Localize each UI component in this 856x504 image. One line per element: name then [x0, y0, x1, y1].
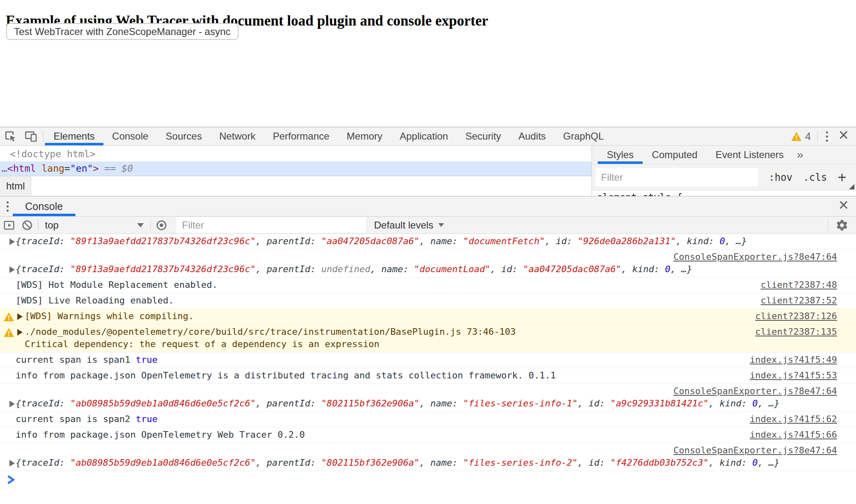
tab-sources[interactable]: Sources — [157, 127, 210, 145]
source-link[interactable]: client?2387:52 — [744, 294, 837, 307]
message-text: {traceId: "89f13a9aefdd217837b74326df23c… — [16, 263, 692, 275]
expand-caret-icon[interactable] — [9, 401, 15, 407]
html-node-selected[interactable]: …<html lang="en">== $0 — [0, 161, 592, 176]
tab-elements[interactable]: Elements — [45, 127, 103, 145]
test-webtracer-button[interactable]: Test WebTracer with ZoneScopeManager - a… — [6, 23, 239, 40]
source-link[interactable]: client?2387:135 — [739, 326, 837, 338]
console-line: {traceId: "89f13a9aefdd217837b74326df23c… — [0, 263, 837, 275]
console-drawer: Console × top — [0, 196, 856, 504]
console-message: [WDS] Live Reloading enabled.client?2387… — [0, 293, 856, 308]
source-link[interactable]: ConsoleSpanExporter.js?8e47:64 — [674, 385, 837, 397]
device-toolbar-icon[interactable] — [21, 127, 41, 145]
devtools-tabbar: ElementsConsoleSourcesNetworkPerformance… — [0, 127, 856, 146]
source-link[interactable]: ConsoleSpanExporter.js?8e47:64 — [674, 251, 837, 263]
console-sidebar-toggle-icon[interactable] — [0, 219, 18, 231]
toolbar-divider — [38, 220, 38, 231]
tab-network[interactable]: Network — [210, 127, 264, 145]
breadcrumb-html[interactable]: html — [0, 176, 31, 196]
message-text: [WDS] Live Reloading enabled. — [16, 294, 174, 307]
dollar-zero-hint: == $0 — [105, 163, 133, 174]
toggle-hover-state-button[interactable]: :hov — [769, 172, 793, 183]
console-line: Critical dependency: the request of a de… — [0, 338, 837, 350]
source-link[interactable]: client?2387:48 — [744, 279, 837, 291]
drawer-menu-icon[interactable] — [0, 196, 13, 216]
source-link[interactable]: ConsoleSpanExporter.js?8e47:64 — [674, 444, 837, 457]
styles-tab-event-listeners[interactable]: Event Listeners — [706, 146, 793, 164]
tab-application[interactable]: Application — [391, 127, 456, 145]
console-line: ConsoleSpanExporter.js?8e47:64 — [0, 251, 837, 263]
javascript-context-dropdown[interactable]: top — [40, 219, 149, 231]
expand-caret-icon[interactable] — [17, 329, 23, 336]
expand-caret-icon[interactable] — [9, 238, 15, 245]
elements-panel: <!doctype html> …<html lang="en">== $0 h… — [0, 146, 592, 196]
tab-memory[interactable]: Memory — [338, 127, 391, 145]
tab-security[interactable]: Security — [457, 127, 510, 145]
console-line: [WDS] Hot Module Replacement enabled.cli… — [0, 279, 837, 291]
console-message: ConsoleSpanExporter.js?8e47:64{traceId: … — [0, 443, 856, 471]
console-message: info from package.json OpenTelemetry Web… — [0, 427, 856, 443]
source-link[interactable]: client?2387:126 — [739, 310, 837, 322]
close-drawer-icon[interactable]: × — [835, 196, 856, 216]
source-link[interactable]: index.js?41f5:66 — [733, 429, 837, 441]
live-expression-eye-icon[interactable] — [152, 219, 171, 231]
expand-caret-icon[interactable] — [17, 313, 23, 320]
message-text: {traceId: "ab08985b59d9eb1a0d846d6e0e5cf… — [16, 397, 779, 410]
tab-performance[interactable]: Performance — [264, 127, 338, 145]
styles-filter-row: :hov .cls + — [592, 164, 856, 190]
source-link[interactable]: index.js?41f5:49 — [733, 354, 837, 366]
source-link[interactable]: index.js?41f5:53 — [733, 369, 837, 382]
inspect-element-icon[interactable] — [0, 127, 21, 145]
tab-overflow-icon[interactable]: » — [793, 146, 808, 164]
console-line: {traceId: "89f13a9aefdd217837b74326df23c… — [0, 235, 837, 247]
console-message: current span is span2 trueindex.js?41f5:… — [0, 411, 856, 427]
console-line: info from package.json OpenTelemetry Web… — [0, 429, 837, 441]
close-devtools-icon[interactable]: × — [835, 126, 856, 146]
console-message: [WDS] Hot Module Replacement enabled.cli… — [0, 277, 856, 293]
styles-tab-computed[interactable]: Computed — [643, 146, 706, 164]
doctype-node[interactable]: <!doctype html> — [0, 147, 592, 161]
console-line: info from package.json OpenTelemetry is … — [0, 369, 837, 382]
message-text: current span is span1 true — [16, 354, 157, 366]
message-text: [WDS] Warnings while compiling. — [25, 310, 194, 322]
clear-console-icon[interactable] — [18, 219, 36, 231]
main-tab-strip: ElementsConsoleSourcesNetworkPerformance… — [45, 127, 613, 145]
console-settings-gear-icon[interactable] — [830, 219, 856, 232]
console-drawer-tab[interactable]: Console — [13, 196, 75, 216]
console-messages: {traceId: "89f13a9aefdd217837b74326df23c… — [0, 234, 856, 504]
console-message: ConsoleSpanExporter.js?8e47:64{traceId: … — [0, 383, 856, 411]
pane-resizer[interactable] — [849, 184, 854, 189]
console-message — [0, 471, 856, 489]
console-line: [WDS] Live Reloading enabled.client?2387… — [0, 294, 837, 307]
warning-icon — [3, 327, 14, 338]
warning-icon — [3, 312, 14, 322]
devtools-panel: ElementsConsoleSourcesNetworkPerformance… — [0, 127, 856, 504]
warning-count: 4 — [805, 131, 811, 142]
tab-graphql[interactable]: GraphQL — [554, 127, 613, 145]
tab-console[interactable]: Console — [103, 127, 157, 145]
console-prompt[interactable] — [0, 471, 856, 489]
warnings-badge[interactable]: 4 — [791, 131, 811, 142]
message-text: current span is span2 true — [16, 413, 157, 425]
console-message: {traceId: "89f13a9aefdd217837b74326df23c… — [0, 234, 856, 249]
log-levels-dropdown[interactable]: Default levels — [374, 219, 444, 231]
tab-audits[interactable]: Audits — [510, 127, 554, 145]
toolbar-divider — [150, 220, 151, 231]
message-text: ./node_modules/@opentelemetry/core/build… — [25, 326, 516, 338]
message-text: info from package.json OpenTelemetry is … — [16, 369, 556, 382]
toolbar-divider — [43, 131, 43, 142]
console-filter-input[interactable] — [176, 217, 366, 233]
screen: Example of using Web Tracer with documen… — [0, 0, 856, 504]
chevron-down-icon — [438, 223, 444, 227]
expand-caret-icon[interactable] — [9, 460, 15, 467]
styles-tab-styles[interactable]: Styles — [598, 146, 643, 164]
web-page-area: Example of using Web Tracer with documen… — [0, 0, 856, 127]
expand-caret-icon[interactable] — [9, 266, 15, 273]
new-style-rule-button[interactable]: + — [838, 170, 847, 185]
message-text: info from package.json OpenTelemetry Web… — [16, 429, 305, 441]
dom-tree: <!doctype html> …<html lang="en">== $0 — [0, 146, 592, 176]
drawer-header: Console × — [0, 196, 856, 216]
toggle-class-button[interactable]: .cls — [803, 172, 827, 183]
source-link[interactable]: index.js?41f5:62 — [733, 413, 837, 425]
styles-filter-input[interactable] — [596, 168, 758, 187]
more-options-icon[interactable] — [819, 131, 835, 142]
